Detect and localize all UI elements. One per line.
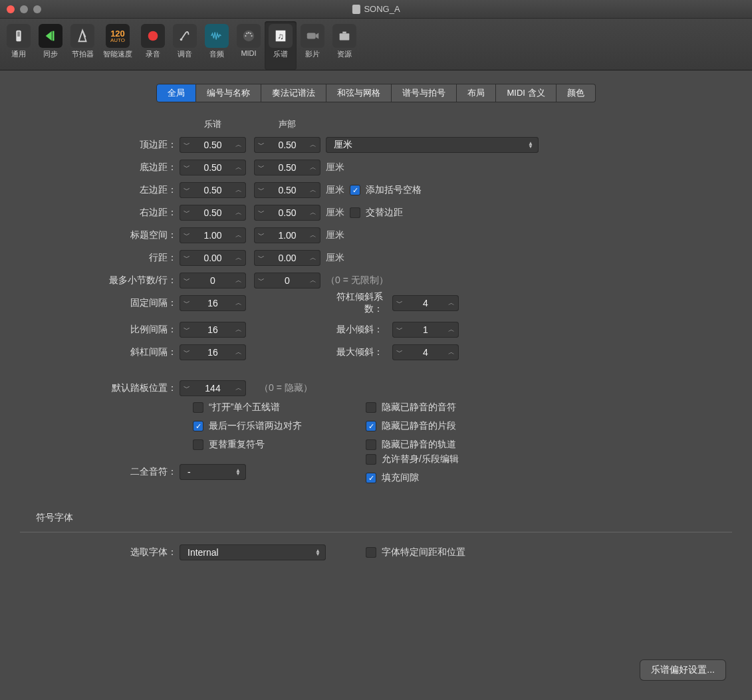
- double-whole-select[interactable]: - ▲▼: [180, 464, 246, 480]
- chevron-down-icon[interactable]: ﹀: [181, 185, 193, 195]
- toolbar-score[interactable]: ♫乐谱: [265, 21, 297, 70]
- chevron-down-icon[interactable]: ﹀: [181, 325, 193, 334]
- chevron-up-icon[interactable]: ︿: [233, 276, 245, 285]
- chevron-down-icon[interactable]: ﹀: [181, 384, 193, 393]
- unit-select[interactable]: 厘米▲▼: [326, 137, 539, 153]
- toolbar-audio[interactable]: 音频: [201, 21, 233, 70]
- stepper-beam_slant[interactable]: ﹀4︿: [392, 295, 459, 311]
- stepper-prop[interactable]: ﹀16︿: [180, 322, 246, 338]
- chevron-down-icon[interactable]: ﹀: [255, 163, 267, 172]
- subtab-3[interactable]: 和弦与网格: [326, 84, 392, 102]
- toolbar-midi[interactable]: MIDI: [233, 21, 265, 70]
- stepper-bars-a[interactable]: ﹀0︿: [180, 273, 246, 289]
- checkbox-icon[interactable]: [350, 207, 360, 218]
- chevron-down-icon[interactable]: ﹀: [255, 253, 267, 263]
- chevron-down-icon[interactable]: ﹀: [394, 348, 406, 357]
- checkbox-icon[interactable]: [366, 547, 376, 558]
- chevron-down-icon[interactable]: ﹀: [181, 208, 193, 217]
- stepper-min_slant[interactable]: ﹀1︿: [392, 322, 459, 338]
- chevron-up-icon[interactable]: ︿: [445, 298, 457, 308]
- chevron-up-icon[interactable]: ︿: [307, 163, 319, 172]
- toolbar-tuning[interactable]: 调音: [169, 21, 201, 70]
- chevron-down-icon[interactable]: ﹀: [255, 231, 267, 240]
- check-left-0[interactable]: “打开”单个五线谱: [193, 402, 366, 413]
- toolbar-sync[interactable]: 同步: [35, 21, 66, 70]
- chevron-up-icon[interactable]: ︿: [233, 163, 245, 172]
- checkbox-icon[interactable]: ✓: [366, 473, 376, 483]
- chevron-up-icon[interactable]: ︿: [233, 384, 245, 393]
- checkbox-icon[interactable]: [366, 402, 376, 413]
- chevron-up-icon[interactable]: ︿: [233, 208, 245, 217]
- checkbox-icon[interactable]: [193, 402, 203, 413]
- chevron-down-icon[interactable]: ﹀: [255, 140, 267, 150]
- subtab-4[interactable]: 谱号与拍号: [392, 84, 457, 102]
- check-left[interactable]: ✓添加括号空格: [350, 184, 422, 196]
- pedal-value[interactable]: 144: [193, 383, 233, 394]
- subtab-2[interactable]: 奏法记谱法: [261, 84, 326, 102]
- chevron-up-icon[interactable]: ︿: [233, 298, 245, 308]
- chevron-down-icon[interactable]: ﹀: [255, 208, 267, 217]
- minimize-icon[interactable]: [20, 5, 28, 13]
- check-right-1[interactable]: ✓隐藏已静音的片段: [366, 420, 565, 432]
- chevron-up-icon[interactable]: ︿: [233, 348, 245, 357]
- stepper-slash[interactable]: ﹀16︿: [180, 344, 246, 360]
- checkbox-icon[interactable]: [366, 439, 376, 450]
- stepper-top-a[interactable]: ﹀0.50︿: [180, 137, 246, 153]
- score-prefs-button[interactable]: 乐谱偏好设置...: [640, 660, 725, 680]
- toolbar-movie[interactable]: 影片: [297, 21, 328, 70]
- chevron-up-icon[interactable]: ︿: [307, 185, 319, 195]
- chevron-up-icon[interactable]: ︿: [307, 276, 319, 285]
- stepper-left-a[interactable]: ﹀0.50︿: [180, 182, 246, 198]
- close-icon[interactable]: [7, 5, 15, 13]
- chevron-down-icon[interactable]: ﹀: [181, 298, 193, 308]
- chevron-down-icon[interactable]: ﹀: [394, 298, 406, 308]
- stepper-line-a[interactable]: ﹀0.00︿: [180, 250, 246, 266]
- pedal-stepper[interactable]: ﹀ 144 ︿: [180, 380, 246, 396]
- checkbox-icon[interactable]: ✓: [193, 421, 203, 431]
- chevron-down-icon[interactable]: ﹀: [181, 231, 193, 240]
- toolbar-assets[interactable]: 资源: [328, 21, 360, 70]
- chevron-up-icon[interactable]: ︿: [445, 348, 457, 357]
- check-right-2[interactable]: 隐藏已静音的轨道: [366, 439, 565, 451]
- chevron-up-icon[interactable]: ︿: [307, 253, 319, 263]
- maximize-icon[interactable]: [33, 5, 41, 13]
- toolbar-metronome[interactable]: 节拍器: [66, 21, 98, 70]
- check-left-1[interactable]: ✓最后一行乐谱两边对齐: [193, 420, 366, 432]
- chevron-down-icon[interactable]: ﹀: [181, 276, 193, 285]
- subtab-0[interactable]: 全局: [156, 84, 196, 102]
- stepper-max_slant[interactable]: ﹀4︿: [392, 344, 459, 360]
- stepper-line-b[interactable]: ﹀0.00︿: [254, 250, 320, 266]
- chevron-up-icon[interactable]: ︿: [307, 140, 319, 150]
- chevron-down-icon[interactable]: ﹀: [255, 185, 267, 195]
- stepper-header-a[interactable]: ﹀1.00︿: [180, 227, 246, 243]
- check-right2-0[interactable]: 允许替身/乐段编辑: [366, 453, 565, 465]
- chevron-down-icon[interactable]: ﹀: [181, 348, 193, 357]
- stepper-right-a[interactable]: ﹀0.50︿: [180, 205, 246, 221]
- subtab-6[interactable]: MIDI 含义: [496, 84, 556, 102]
- chevron-up-icon[interactable]: ︿: [445, 325, 457, 334]
- checkbox-icon[interactable]: [193, 439, 203, 450]
- chevron-down-icon[interactable]: ﹀: [255, 276, 267, 285]
- chevron-up-icon[interactable]: ︿: [233, 140, 245, 150]
- font-check[interactable]: 字体特定间距和位置: [366, 546, 565, 558]
- chevron-up-icon[interactable]: ︿: [233, 231, 245, 240]
- check-left-2[interactable]: 更替重复符号: [193, 439, 366, 451]
- toolbar-general[interactable]: 通用: [3, 21, 35, 70]
- chevron-down-icon[interactable]: ﹀: [181, 253, 193, 263]
- toolbar-smarttempo[interactable]: 120AUTO智能速度: [98, 21, 137, 70]
- checkbox-icon[interactable]: [366, 454, 376, 465]
- chevron-up-icon[interactable]: ︿: [233, 253, 245, 263]
- chevron-up-icon[interactable]: ︿: [307, 208, 319, 217]
- stepper-bottom-a[interactable]: ﹀0.50︿: [180, 160, 246, 175]
- stepper-left-b[interactable]: ﹀0.50︿: [254, 182, 320, 198]
- chevron-down-icon[interactable]: ﹀: [181, 140, 193, 150]
- chevron-up-icon[interactable]: ︿: [233, 185, 245, 195]
- checkbox-icon[interactable]: ✓: [350, 185, 360, 195]
- check-right[interactable]: 交替边距: [350, 207, 403, 219]
- subtab-1[interactable]: 编号与名称: [196, 84, 261, 102]
- chevron-down-icon[interactable]: ﹀: [181, 163, 193, 172]
- chevron-up-icon[interactable]: ︿: [307, 231, 319, 240]
- chevron-down-icon[interactable]: ﹀: [394, 325, 406, 334]
- chevron-up-icon[interactable]: ︿: [233, 325, 245, 334]
- stepper-right-b[interactable]: ﹀0.50︿: [254, 205, 320, 221]
